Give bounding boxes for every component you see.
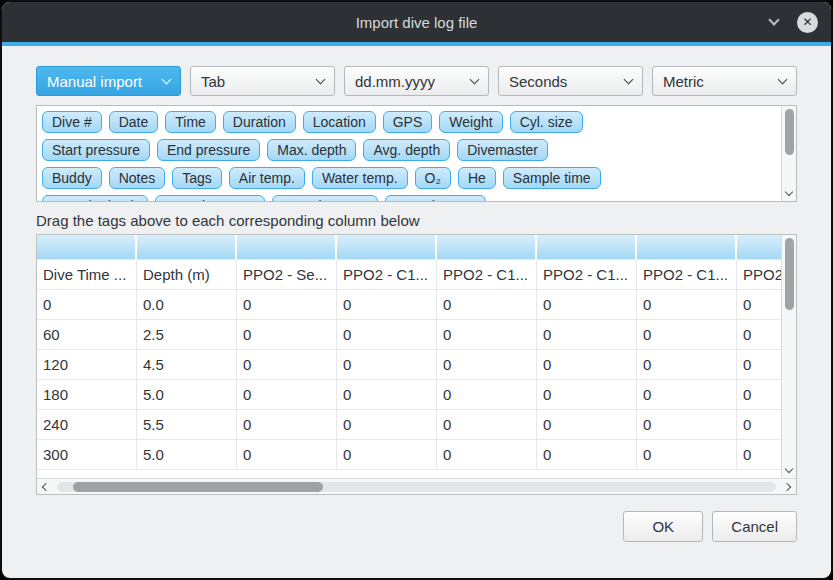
column-header[interactable]: PPO2 - Se... (237, 260, 337, 290)
field-tag[interactable]: Notes (109, 167, 166, 189)
shade-button[interactable] (766, 14, 782, 30)
field-tag[interactable]: Sample press. (155, 195, 264, 201)
table-cell: 0 (237, 290, 337, 320)
column-header[interactable]: PPO2 - C1... (637, 260, 737, 290)
import-mode-select[interactable]: Manual import (36, 66, 181, 96)
scrollbar-thumb[interactable] (785, 238, 794, 310)
field-tag[interactable]: Sample temp. (272, 195, 378, 201)
table-cell: 0 (637, 380, 737, 410)
field-tag[interactable]: Avg. depth (363, 139, 450, 161)
table-cell: 0 (737, 380, 781, 410)
field-tag[interactable]: Tags (172, 167, 222, 189)
table-cell: 0 (537, 410, 637, 440)
field-tag[interactable]: Water temp. (312, 167, 408, 189)
field-separator-select[interactable]: Tab (190, 66, 335, 96)
table-hscrollbar[interactable] (37, 478, 796, 494)
field-tag[interactable]: Sample depth (42, 195, 148, 201)
field-tag[interactable]: Cyl. size (510, 111, 583, 133)
drop-target-cell[interactable] (37, 235, 137, 260)
field-tag[interactable]: Duration (223, 111, 296, 133)
import-options-toolbar: Manual import Tab dd.mm.yyyy Seconds Met… (36, 66, 797, 96)
ok-button[interactable]: OK (623, 511, 703, 542)
table-main: Dive Time ...Depth (m)PPO2 - Se...PPO2 -… (37, 235, 796, 478)
table-cell: 0 (737, 350, 781, 380)
table-viewport: Dive Time ...Depth (m)PPO2 - Se...PPO2 -… (37, 235, 781, 478)
table-cell: 0 (637, 320, 737, 350)
chevron-down-icon (316, 74, 326, 84)
tag-scrollbar[interactable] (781, 106, 796, 201)
drop-target-cell[interactable] (737, 235, 781, 260)
table-cell: 300 (37, 440, 137, 470)
close-button[interactable]: ✕ (797, 12, 818, 33)
table-cell: 0 (537, 350, 637, 380)
table-cell: 0 (437, 410, 537, 440)
field-tag[interactable]: Location (303, 111, 376, 133)
table-cell: 0 (737, 410, 781, 440)
duration-format-select[interactable]: Seconds (498, 66, 643, 96)
table-cell: 0 (437, 380, 537, 410)
drop-target-cell[interactable] (137, 235, 237, 260)
table-cell: 0 (437, 440, 537, 470)
column-header[interactable]: PPO2 - C1... (437, 260, 537, 290)
table-cell: 4.5 (137, 350, 237, 380)
table-row: 1805.0000000 (37, 380, 781, 410)
scrollbar-thumb[interactable] (785, 109, 794, 155)
column-header[interactable]: Depth (m) (137, 260, 237, 290)
drop-target-cell[interactable] (337, 235, 437, 260)
table-cell: 0 (237, 410, 337, 440)
drop-target-cell[interactable] (537, 235, 637, 260)
scroll-down-icon[interactable] (782, 463, 796, 477)
column-header[interactable]: Dive Time ... (37, 260, 137, 290)
import-dialog-window: Import dive log file ✕ Manual import Tab… (0, 0, 833, 580)
tag-row: BuddyNotesTagsAir temp.Water temp.O₂HeSa… (42, 167, 777, 189)
table-cell: 0 (337, 380, 437, 410)
field-tag[interactable]: Weight (439, 111, 502, 133)
table-vscrollbar[interactable] (781, 235, 796, 478)
table-row: 2405.5000000 (37, 410, 781, 440)
field-tag[interactable]: End pressure (157, 139, 260, 161)
table-cell: 0 (737, 440, 781, 470)
scroll-right-icon[interactable] (778, 479, 796, 494)
titlebar[interactable]: Import dive log file ✕ (2, 2, 831, 42)
chevron-down-icon (624, 74, 634, 84)
column-header[interactable]: PPO2 - C1... (337, 260, 437, 290)
table-cell: 0 (637, 410, 737, 440)
drop-target-row (37, 235, 781, 260)
table-cell: 5.5 (137, 410, 237, 440)
drop-target-cell[interactable] (237, 235, 337, 260)
hscrollbar-track[interactable] (57, 482, 776, 492)
date-format-select[interactable]: dd.mm.yyyy (344, 66, 489, 96)
drop-target-cell[interactable] (637, 235, 737, 260)
tag-row: Dive #DateTimeDurationLocationGPSWeightC… (42, 111, 777, 133)
field-tag[interactable]: Date (109, 111, 159, 133)
table-cell: 120 (37, 350, 137, 380)
table-cell: 0 (337, 440, 437, 470)
table-cell: 0 (237, 350, 337, 380)
table-cell: 0 (537, 440, 637, 470)
field-tag[interactable]: Sample CNS (385, 195, 486, 201)
field-tag[interactable]: Divemaster (457, 139, 548, 161)
scroll-left-icon[interactable] (37, 479, 55, 494)
table-cell: 0 (437, 350, 537, 380)
table-cell: 180 (37, 380, 137, 410)
units-select[interactable]: Metric (652, 66, 797, 96)
table-cell: 0 (237, 440, 337, 470)
hscrollbar-thumb[interactable] (73, 482, 323, 492)
field-tag[interactable]: Time (165, 111, 216, 133)
titlebar-buttons: ✕ (766, 2, 818, 42)
field-tag[interactable]: O₂ (415, 167, 451, 189)
scroll-down-icon[interactable] (782, 186, 796, 200)
field-tag[interactable]: Dive # (42, 111, 102, 133)
field-tag[interactable]: He (458, 167, 496, 189)
field-tag[interactable]: Max. depth (267, 139, 356, 161)
field-tag[interactable]: Air temp. (229, 167, 305, 189)
table-cell: 0 (537, 290, 637, 320)
field-tag[interactable]: Sample time (503, 167, 601, 189)
drop-target-cell[interactable] (437, 235, 537, 260)
column-header[interactable]: PPO2 (737, 260, 781, 290)
cancel-button[interactable]: Cancel (712, 511, 797, 542)
column-header[interactable]: PPO2 - C1... (537, 260, 637, 290)
field-tag[interactable]: Start pressure (42, 139, 150, 161)
field-tag[interactable]: Buddy (42, 167, 102, 189)
field-tag[interactable]: GPS (383, 111, 433, 133)
